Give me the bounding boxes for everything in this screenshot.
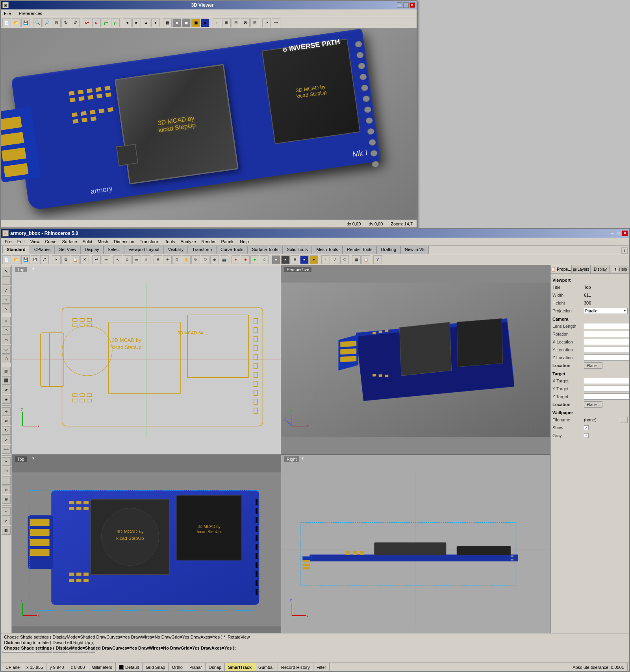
- toolbar-pan-down[interactable]: ▼: [151, 18, 160, 27]
- toolbar-grid[interactable]: ⊞: [222, 18, 231, 27]
- ti-help[interactable]: ?: [373, 255, 382, 264]
- ti-shaded2[interactable]: ■: [281, 255, 290, 264]
- rp-xloc-input[interactable]: 4.005: [584, 339, 629, 345]
- lt-surface[interactable]: ▨: [2, 367, 11, 375]
- ti-wire[interactable]: ⊞: [291, 255, 299, 264]
- ti-save-small[interactable]: 💾: [31, 255, 39, 264]
- lt-point[interactable]: ·: [2, 276, 11, 285]
- tab-solid-tools[interactable]: Solid Tools: [282, 246, 312, 254]
- viewer-minimize-button[interactable]: ─: [397, 2, 402, 8]
- menu-transform[interactable]: Transform: [137, 238, 162, 245]
- toolbar-x-pos[interactable]: x+: [83, 18, 91, 27]
- lt-mirror[interactable]: ⟺: [2, 445, 11, 454]
- ti-rotate3d[interactable]: ↻: [191, 255, 200, 264]
- rp-filename-btn[interactable]: ...: [620, 417, 628, 423]
- toolbar-open[interactable]: 📂: [12, 18, 20, 27]
- lt-circle[interactable]: ○: [2, 317, 11, 325]
- ti-select[interactable]: ↖: [113, 255, 122, 264]
- lt-polygon[interactable]: ⬡: [2, 354, 11, 363]
- ti-lasso[interactable]: ⊙: [123, 255, 132, 264]
- toolbar-render2[interactable]: ◼: [182, 18, 191, 27]
- rhino-restore-button[interactable]: □: [616, 231, 621, 236]
- menu-surface[interactable]: Surface: [60, 238, 80, 245]
- lt-hatch[interactable]: ▦: [2, 526, 11, 535]
- ti-save[interactable]: 💾: [21, 255, 30, 264]
- ti-shaded1[interactable]: ■: [272, 255, 280, 264]
- tab-standard[interactable]: Standard: [2, 246, 30, 254]
- menu-panels[interactable]: Panels: [219, 238, 237, 245]
- ti-snap2[interactable]: ◉: [241, 255, 250, 264]
- ti-copy[interactable]: ⧉: [61, 255, 70, 264]
- menu-dimension[interactable]: Dimension: [111, 238, 137, 245]
- lt-extend[interactable]: ⊣: [2, 467, 11, 475]
- menu-edit[interactable]: Edit: [15, 238, 27, 245]
- viewport-top-right[interactable]: Perspective ▼: [281, 265, 550, 454]
- viewport-bottom-left[interactable]: Top ▼: [12, 455, 281, 644]
- rp-ztarget-input[interactable]: -0.825: [584, 393, 629, 400]
- lt-arc[interactable]: ◠: [2, 326, 11, 335]
- toolbar-misc3[interactable]: ⊞: [250, 18, 259, 27]
- tab-surface-tools[interactable]: Surface Tools: [248, 246, 282, 254]
- bs-gumball[interactable]: Gumball: [255, 663, 278, 671]
- rptab-help[interactable]: ? Help: [610, 265, 629, 273]
- ti-print[interactable]: 🖨: [40, 255, 49, 264]
- ti-delete[interactable]: ✕: [80, 255, 89, 264]
- lt-select-arrow[interactable]: ↖: [2, 267, 11, 275]
- bs-ortho[interactable]: Ortho: [169, 663, 186, 671]
- rp-xtarget-input[interactable]: 4.005: [584, 378, 629, 384]
- tab-mesh-tools[interactable]: Mesh Tools: [312, 246, 342, 254]
- viewport-top-left[interactable]: Top ▼: [12, 265, 281, 454]
- toolbar-render4[interactable]: ■: [201, 18, 209, 27]
- menu-render[interactable]: Render: [199, 238, 218, 245]
- lt-move[interactable]: ✛: [2, 407, 11, 416]
- lt-trim[interactable]: ✂: [2, 457, 11, 466]
- bs-filter[interactable]: Filter: [313, 663, 330, 671]
- rp-rotation-input[interactable]: 90.0: [584, 331, 629, 337]
- toolbar-misc2[interactable]: ⊠: [241, 18, 250, 27]
- toolbar-pan-up[interactable]: ▲: [142, 18, 150, 27]
- toolbar-zoom-fit[interactable]: ⊡: [52, 18, 61, 27]
- ti-zoom-s[interactable]: ⊖: [163, 255, 172, 264]
- ti-layers[interactable]: ▦: [352, 255, 361, 264]
- rp-lens-input[interactable]: 50.0: [584, 323, 629, 329]
- lt-ellipse[interactable]: ⬭: [2, 336, 11, 344]
- toolbar-arrow[interactable]: ↗: [262, 18, 271, 27]
- bs-record-history[interactable]: Record History: [278, 663, 313, 671]
- tab-viewport-layout[interactable]: Viewport Layout: [124, 246, 164, 254]
- lt-polyline[interactable]: ⬦: [2, 295, 11, 304]
- lt-line[interactable]: ╱: [2, 286, 11, 294]
- tab-transform[interactable]: Transform: [188, 246, 216, 254]
- bs-smart-track[interactable]: SmartTrack: [225, 663, 255, 671]
- tab-cplanes[interactable]: CPlanes: [30, 246, 55, 254]
- lt-explode[interactable]: ⊞: [2, 495, 11, 504]
- ti-snap3[interactable]: ◆: [250, 255, 259, 264]
- ti-undo[interactable]: ↩: [92, 255, 101, 264]
- lt-loft[interactable]: ◈: [2, 395, 11, 404]
- lt-scale[interactable]: ⤢: [2, 436, 11, 444]
- tab-drafting[interactable]: Drafting: [376, 246, 400, 254]
- menu-view[interactable]: View: [28, 238, 42, 245]
- lt-dimension[interactable]: ↔: [2, 507, 11, 516]
- ti-window-select[interactable]: ▭: [132, 255, 141, 264]
- lt-revolve[interactable]: ⟳: [2, 386, 11, 394]
- ti-snap1[interactable]: ◈: [232, 255, 240, 264]
- toolbar-text[interactable]: T: [213, 18, 221, 27]
- toolbar-y-neg[interactable]: y-: [111, 18, 120, 27]
- ti-redo[interactable]: ↪: [102, 255, 110, 264]
- menu-file[interactable]: File: [2, 238, 14, 245]
- ti-point[interactable]: ·: [321, 255, 330, 264]
- lt-rect[interactable]: ▭: [2, 345, 11, 354]
- menu-solid[interactable]: Solid: [80, 238, 94, 245]
- ti-target[interactable]: ⊕: [210, 255, 219, 264]
- ti-render1[interactable]: ■: [300, 255, 309, 264]
- ti-paste[interactable]: 📋: [71, 255, 80, 264]
- menu-curve[interactable]: Curve: [43, 238, 59, 245]
- ti-cut[interactable]: ✂: [52, 255, 61, 264]
- lt-copy-t[interactable]: ⧉: [2, 417, 11, 425]
- rp-zloc-input[interactable]: 2.734: [584, 354, 629, 361]
- ti-snap4[interactable]: ◇: [260, 255, 269, 264]
- rp-gray-checkbox[interactable]: ✓: [584, 433, 589, 438]
- tab-curve-tools[interactable]: Curve Tools: [216, 246, 248, 254]
- toolbar-options-button[interactable]: ⋮: [621, 247, 628, 254]
- viewer-maximize-button[interactable]: □: [403, 2, 409, 8]
